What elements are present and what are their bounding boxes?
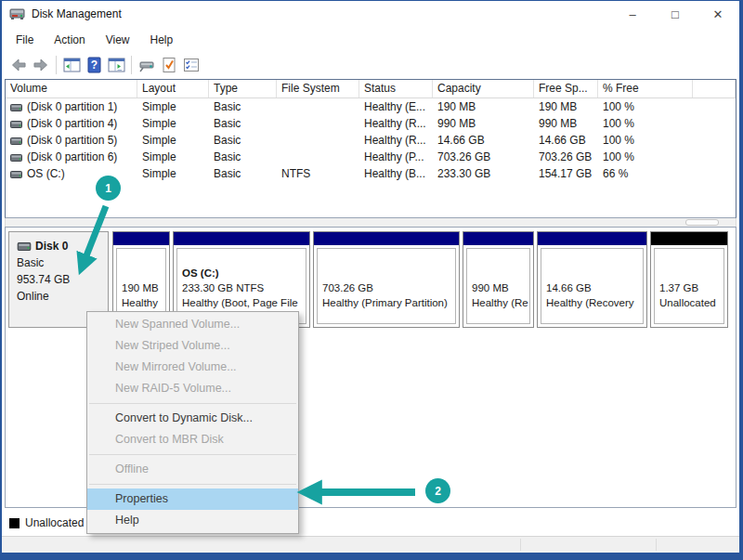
check-document-icon[interactable]: [158, 55, 180, 75]
disk0-size: 953.74 GB: [17, 271, 100, 288]
menu-separator: [89, 484, 296, 485]
volume-icon: [10, 171, 22, 178]
column-header-capacity[interactable]: Capacity: [433, 80, 534, 98]
volume-list-panel: Volume Layout Type File System Status Ca…: [5, 79, 736, 218]
show-action-pane-icon[interactable]: [105, 55, 127, 75]
unallocated-swatch: [9, 518, 20, 528]
toolbar-separator: [56, 56, 57, 74]
column-header-type[interactable]: Type: [209, 80, 277, 98]
volume-icon: [10, 154, 22, 162]
partition-color-bar: [174, 232, 309, 245]
column-header-free-space[interactable]: Free Sp...: [534, 80, 598, 98]
menu-separator: [89, 454, 296, 455]
statusbar-divider: [656, 539, 657, 551]
partition-unallocated[interactable]: 1.37 GBUnallocated: [650, 231, 728, 328]
volume-icon: [10, 137, 22, 145]
panel-splitter[interactable]: [5, 218, 736, 227]
partition-primary[interactable]: 703.26 GBHealthy (Primary Partition): [313, 231, 460, 328]
column-header-volume[interactable]: Volume: [6, 80, 137, 98]
partition-color-bar: [538, 232, 646, 245]
column-header-pct-free[interactable]: % Free: [598, 80, 693, 98]
disk0-state: Online: [17, 288, 100, 305]
volume-row[interactable]: (Disk 0 partition 4) Simple Basic Health…: [6, 115, 736, 132]
volume-icon: [10, 104, 22, 111]
titlebar: Disk Management – □ ✕: [2, 1, 739, 27]
volume-list-header: Volume Layout Type File System Status Ca…: [6, 80, 736, 98]
help-icon[interactable]: ?: [83, 55, 105, 75]
statusbar-divider: [520, 539, 521, 551]
maximize-button[interactable]: □: [654, 1, 697, 27]
toolbar: ?: [2, 52, 739, 78]
menu-item-help[interactable]: Help: [87, 510, 298, 531]
menu-item-offline: Offline: [87, 459, 298, 480]
disk-icon: [17, 242, 32, 251]
disk-context-menu: New Spanned Volume... New Striped Volume…: [86, 311, 299, 534]
partition-recovery-1[interactable]: 990 MBHealthy (Re: [463, 231, 534, 328]
properties-list-icon[interactable]: [180, 55, 202, 75]
column-header-blank: [693, 80, 736, 98]
partition-color-bar: [651, 232, 727, 245]
minimize-button[interactable]: –: [611, 1, 654, 27]
column-header-file-system[interactable]: File System: [277, 80, 359, 98]
toolbar-separator: [131, 56, 132, 74]
partition-color-bar: [113, 232, 169, 245]
statusbar: [2, 536, 739, 553]
show-console-tree-icon[interactable]: [60, 55, 83, 75]
disk-status-icon[interactable]: [136, 55, 158, 75]
menu-item-properties[interactable]: Properties: [87, 488, 298, 510]
menu-action[interactable]: Action: [44, 30, 95, 50]
column-header-layout[interactable]: Layout: [137, 80, 209, 98]
menu-item-new-raid5-volume: New RAID-5 Volume...: [87, 378, 298, 399]
menu-item-convert-to-mbr-disk: Convert to MBR Disk: [87, 429, 298, 450]
scrollbar-thumb[interactable]: [685, 219, 719, 226]
volume-row[interactable]: (Disk 0 partition 1) Simple Basic Health…: [6, 98, 736, 115]
volume-row[interactable]: (Disk 0 partition 6) Simple Basic Health…: [6, 149, 736, 165]
volume-row[interactable]: (Disk 0 partition 5) Simple Basic Health…: [6, 132, 736, 149]
volume-row[interactable]: OS (C:) Simple Basic NTFS Healthy (B... …: [6, 165, 736, 182]
window-frame: Disk Management – □ ✕ File Action View H…: [0, 0, 743, 560]
menu-file[interactable]: File: [6, 30, 44, 50]
back-icon[interactable]: [7, 55, 30, 75]
volume-icon: [10, 121, 22, 128]
disk-management-window: Disk Management – □ ✕ File Action View H…: [2, 1, 739, 553]
menu-help[interactable]: Help: [140, 30, 184, 50]
svg-text:?: ?: [90, 59, 97, 72]
menu-view[interactable]: View: [96, 30, 140, 50]
unallocated-legend-label: Unallocated: [25, 516, 84, 529]
menu-item-new-mirrored-volume: New Mirrored Volume...: [87, 357, 298, 378]
partition-color-bar: [463, 232, 533, 245]
close-button[interactable]: ✕: [697, 1, 739, 27]
disk0-kind: Basic: [17, 254, 100, 271]
partition-color-bar: [314, 232, 459, 245]
disk-management-app-icon: [9, 7, 26, 21]
partition-recovery-2[interactable]: 14.66 GBHealthy (Recovery: [537, 231, 647, 328]
menu-separator: [89, 403, 296, 404]
forward-icon[interactable]: [30, 55, 52, 75]
menu-item-new-striped-volume: New Striped Volume...: [87, 335, 298, 357]
menubar: File Action View Help: [2, 27, 739, 52]
column-header-status[interactable]: Status: [359, 80, 433, 98]
menu-item-new-spanned-volume: New Spanned Volume...: [87, 314, 298, 335]
menu-item-convert-to-dynamic-disk[interactable]: Convert to Dynamic Disk...: [87, 408, 298, 429]
window-title: Disk Management: [32, 7, 122, 20]
